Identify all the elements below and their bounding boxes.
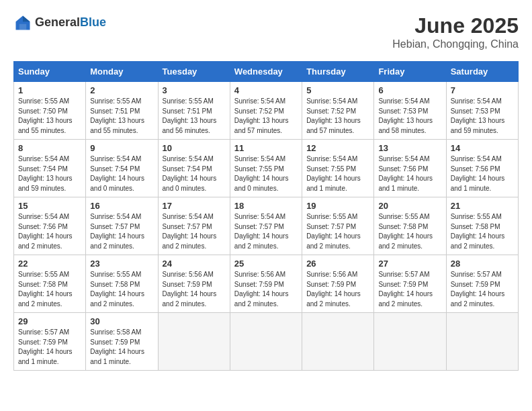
header-tuesday: Tuesday [158, 62, 230, 82]
day-number: 15 [18, 201, 81, 211]
day-number: 11 [234, 143, 298, 153]
day-number: 16 [90, 201, 153, 211]
month-title: June 2025 [392, 13, 519, 38]
calendar-cell: 29Sunrise: 5:57 AM Sunset: 7:59 PM Dayli… [14, 313, 86, 371]
calendar-cell: 25Sunrise: 5:56 AM Sunset: 7:59 PM Dayli… [230, 255, 302, 313]
title-area: June 2025 Hebian, Chongqing, China [392, 13, 519, 50]
logo-icon [13, 13, 32, 32]
day-info: Sunrise: 5:55 AM Sunset: 7:58 PM Dayligh… [451, 212, 514, 251]
calendar-table: Sunday Monday Tuesday Wednesday Thursday… [13, 61, 519, 371]
calendar-cell: 30Sunrise: 5:58 AM Sunset: 7:59 PM Dayli… [86, 313, 158, 371]
calendar-cell [230, 313, 302, 371]
calendar-row: 1Sunrise: 5:55 AM Sunset: 7:50 PM Daylig… [14, 82, 519, 140]
day-info: Sunrise: 5:54 AM Sunset: 7:55 PM Dayligh… [306, 154, 369, 193]
day-info: Sunrise: 5:54 AM Sunset: 7:57 PM Dayligh… [163, 212, 226, 251]
calendar-cell: 17Sunrise: 5:54 AM Sunset: 7:57 PM Dayli… [158, 197, 230, 255]
day-number: 8 [18, 143, 81, 153]
day-number: 3 [163, 85, 226, 95]
header-friday: Friday [374, 62, 446, 82]
calendar-cell: 6Sunrise: 5:54 AM Sunset: 7:53 PM Daylig… [374, 82, 446, 140]
calendar-cell: 5Sunrise: 5:54 AM Sunset: 7:52 PM Daylig… [302, 82, 374, 140]
calendar-cell: 8Sunrise: 5:54 AM Sunset: 7:54 PM Daylig… [14, 140, 86, 197]
calendar-cell: 10Sunrise: 5:54 AM Sunset: 7:54 PM Dayli… [158, 140, 230, 197]
day-number: 27 [378, 259, 441, 269]
calendar-cell: 28Sunrise: 5:57 AM Sunset: 7:59 PM Dayli… [446, 255, 518, 313]
day-number: 14 [451, 143, 514, 153]
day-number: 19 [306, 201, 369, 211]
day-info: Sunrise: 5:58 AM Sunset: 7:59 PM Dayligh… [90, 328, 153, 367]
day-info: Sunrise: 5:54 AM Sunset: 7:52 PM Dayligh… [306, 97, 369, 136]
day-info: Sunrise: 5:55 AM Sunset: 7:51 PM Dayligh… [90, 97, 153, 136]
day-number: 28 [451, 259, 514, 269]
day-number: 23 [90, 259, 153, 269]
day-number: 4 [234, 85, 298, 95]
calendar-cell: 26Sunrise: 5:56 AM Sunset: 7:59 PM Dayli… [302, 255, 374, 313]
calendar-cell: 22Sunrise: 5:55 AM Sunset: 7:58 PM Dayli… [14, 255, 86, 313]
day-info: Sunrise: 5:57 AM Sunset: 7:59 PM Dayligh… [18, 328, 81, 367]
calendar-cell: 18Sunrise: 5:54 AM Sunset: 7:57 PM Dayli… [230, 197, 302, 255]
day-number: 13 [378, 143, 441, 153]
calendar-row: 29Sunrise: 5:57 AM Sunset: 7:59 PM Dayli… [14, 313, 519, 371]
day-info: Sunrise: 5:56 AM Sunset: 7:59 PM Dayligh… [306, 270, 369, 309]
day-info: Sunrise: 5:54 AM Sunset: 7:54 PM Dayligh… [18, 154, 81, 193]
day-info: Sunrise: 5:54 AM Sunset: 7:54 PM Dayligh… [163, 154, 226, 193]
calendar-row: 15Sunrise: 5:54 AM Sunset: 7:56 PM Dayli… [14, 197, 519, 255]
calendar-cell [374, 313, 446, 371]
calendar-cell: 2Sunrise: 5:55 AM Sunset: 7:51 PM Daylig… [86, 82, 158, 140]
day-number: 24 [163, 259, 226, 269]
calendar-cell: 14Sunrise: 5:54 AM Sunset: 7:56 PM Dayli… [446, 140, 518, 197]
day-info: Sunrise: 5:55 AM Sunset: 7:58 PM Dayligh… [378, 212, 441, 251]
location: Hebian, Chongqing, China [392, 38, 519, 50]
calendar-cell: 27Sunrise: 5:57 AM Sunset: 7:59 PM Dayli… [374, 255, 446, 313]
day-info: Sunrise: 5:54 AM Sunset: 7:53 PM Dayligh… [378, 97, 441, 136]
day-info: Sunrise: 5:54 AM Sunset: 7:57 PM Dayligh… [234, 212, 298, 251]
calendar-cell: 15Sunrise: 5:54 AM Sunset: 7:56 PM Dayli… [14, 197, 86, 255]
calendar-cell: 13Sunrise: 5:54 AM Sunset: 7:56 PM Dayli… [374, 140, 446, 197]
logo: GeneralBlue [13, 13, 106, 32]
header: GeneralBlue June 2025 Hebian, Chongqing,… [13, 13, 519, 50]
day-info: Sunrise: 5:57 AM Sunset: 7:59 PM Dayligh… [378, 270, 441, 309]
calendar-cell: 24Sunrise: 5:56 AM Sunset: 7:59 PM Dayli… [158, 255, 230, 313]
calendar-cell [158, 313, 230, 371]
calendar-cell: 1Sunrise: 5:55 AM Sunset: 7:50 PM Daylig… [14, 82, 86, 140]
day-info: Sunrise: 5:55 AM Sunset: 7:57 PM Dayligh… [306, 212, 369, 251]
header-saturday: Saturday [446, 62, 518, 82]
day-info: Sunrise: 5:55 AM Sunset: 7:58 PM Dayligh… [90, 270, 153, 309]
day-info: Sunrise: 5:55 AM Sunset: 7:50 PM Dayligh… [18, 97, 81, 136]
day-info: Sunrise: 5:54 AM Sunset: 7:52 PM Dayligh… [234, 97, 298, 136]
day-number: 5 [306, 85, 369, 95]
day-number: 7 [451, 85, 514, 95]
day-info: Sunrise: 5:54 AM Sunset: 7:56 PM Dayligh… [378, 154, 441, 193]
day-number: 30 [90, 316, 153, 326]
header-thursday: Thursday [302, 62, 374, 82]
day-info: Sunrise: 5:57 AM Sunset: 7:59 PM Dayligh… [451, 270, 514, 309]
calendar-cell [302, 313, 374, 371]
calendar-cell: 23Sunrise: 5:55 AM Sunset: 7:58 PM Dayli… [86, 255, 158, 313]
day-number: 6 [378, 85, 441, 95]
calendar-cell: 9Sunrise: 5:54 AM Sunset: 7:54 PM Daylig… [86, 140, 158, 197]
day-number: 12 [306, 143, 369, 153]
calendar-cell: 4Sunrise: 5:54 AM Sunset: 7:52 PM Daylig… [230, 82, 302, 140]
day-info: Sunrise: 5:54 AM Sunset: 7:55 PM Dayligh… [234, 154, 298, 193]
calendar-cell: 20Sunrise: 5:55 AM Sunset: 7:58 PM Dayli… [374, 197, 446, 255]
day-number: 25 [234, 259, 298, 269]
calendar-cell: 16Sunrise: 5:54 AM Sunset: 7:57 PM Dayli… [86, 197, 158, 255]
day-number: 29 [18, 316, 81, 326]
calendar-cell: 7Sunrise: 5:54 AM Sunset: 7:53 PM Daylig… [446, 82, 518, 140]
day-number: 20 [378, 201, 441, 211]
logo-general: General [35, 16, 80, 30]
day-number: 1 [18, 85, 81, 95]
day-info: Sunrise: 5:54 AM Sunset: 7:57 PM Dayligh… [90, 212, 153, 251]
day-number: 21 [451, 201, 514, 211]
day-number: 17 [163, 201, 226, 211]
svg-marker-1 [23, 16, 30, 22]
calendar-cell: 3Sunrise: 5:55 AM Sunset: 7:51 PM Daylig… [158, 82, 230, 140]
day-info: Sunrise: 5:54 AM Sunset: 7:56 PM Dayligh… [18, 212, 81, 251]
day-info: Sunrise: 5:54 AM Sunset: 7:56 PM Dayligh… [451, 154, 514, 193]
day-number: 22 [18, 259, 81, 269]
header-sunday: Sunday [14, 62, 86, 82]
calendar-cell: 11Sunrise: 5:54 AM Sunset: 7:55 PM Dayli… [230, 140, 302, 197]
day-info: Sunrise: 5:55 AM Sunset: 7:58 PM Dayligh… [18, 270, 81, 309]
days-header-row: Sunday Monday Tuesday Wednesday Thursday… [14, 62, 519, 82]
calendar-cell: 19Sunrise: 5:55 AM Sunset: 7:57 PM Dayli… [302, 197, 374, 255]
